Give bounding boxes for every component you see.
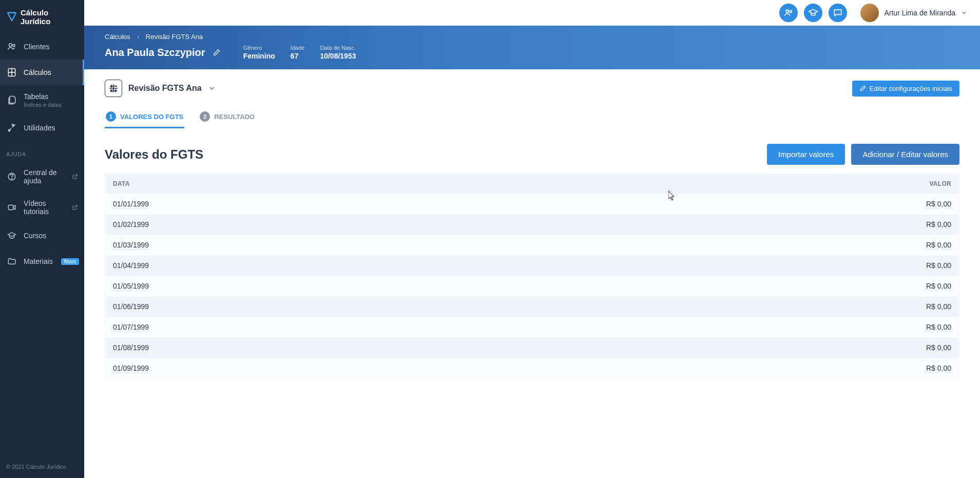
sidebar-item-help-center[interactable]: Central de ajuda: [0, 161, 84, 192]
button-label: Editar configurações iniciais: [870, 85, 952, 92]
sidebar-item-label: Clientes: [24, 43, 50, 51]
main-nav: Clientes Cálculos Tabelas Índices e data…: [0, 34, 84, 141]
cell-date: 01/07/1999: [113, 323, 149, 331]
edit-config-button[interactable]: Editar configurações iniciais: [852, 81, 959, 97]
sidebar: Cálculo Jurídico Clientes Cálculos: [0, 0, 84, 478]
cell-date: 01/02/1999: [113, 220, 149, 228]
meta-value: 10/08/1953: [320, 52, 356, 60]
sidebar-item-calculos[interactable]: Cálculos: [0, 60, 84, 85]
sidebar-item-utilidades[interactable]: Utilidades: [0, 115, 84, 141]
client-banner: Cálculos Revisão FGTS Ana Ana Paula Szcz…: [84, 26, 980, 69]
content-area: Valores do FGTS Importar valores Adicion…: [84, 128, 980, 478]
external-link-icon: [72, 174, 78, 180]
section-dropdown[interactable]: [208, 84, 216, 92]
user-menu[interactable]: Artur Lima de Miranda: [860, 4, 968, 22]
svg-point-10: [790, 10, 792, 12]
sidebar-item-label: Tabelas: [24, 92, 62, 101]
cell-value: R$ 0,00: [926, 220, 951, 228]
cell-value: R$ 0,00: [926, 241, 951, 249]
sidebar-item-sublabel: Índices e datas: [24, 102, 62, 108]
pencil-icon: [859, 85, 867, 92]
tab-resultado[interactable]: 2 RESULTADO: [199, 106, 256, 128]
learn-button[interactable]: [804, 4, 822, 22]
meta-value: 67: [291, 52, 305, 60]
import-values-button[interactable]: Importar valores: [767, 144, 845, 165]
table-row[interactable]: 01/04/1999R$ 0,00: [105, 255, 959, 276]
add-edit-values-button[interactable]: Adicionar / Editar valores: [851, 144, 959, 165]
svg-point-0: [9, 44, 12, 47]
table-header: DATA VALOR: [105, 174, 959, 194]
graduation-icon: [6, 230, 17, 241]
app-name: Cálculo Jurídico: [21, 8, 78, 26]
table-row[interactable]: 01/06/1999R$ 0,00: [105, 296, 959, 317]
chat-button[interactable]: [829, 4, 847, 22]
chevron-right-icon: [136, 34, 141, 40]
sidebar-footer: © 2021 Cálculo Jurídico: [0, 455, 84, 478]
cell-date: 01/03/1999: [113, 241, 149, 249]
meta-value: Feminino: [243, 52, 275, 60]
svg-text:−: −: [114, 84, 117, 88]
table-row[interactable]: 01/02/1999R$ 0,00: [105, 214, 959, 235]
table-row[interactable]: 01/08/1999R$ 0,00: [105, 337, 959, 358]
cell-date: 01/05/1999: [113, 282, 149, 290]
video-icon: [6, 202, 17, 213]
novo-badge: Novo: [61, 258, 79, 265]
main-area: Artur Lima de Miranda Cálculos Revisão F…: [84, 0, 980, 478]
help-section-label: AJUDA: [0, 141, 84, 161]
calculator-square-icon: +−×÷: [105, 80, 122, 97]
client-name: Ana Paula Szczypior: [105, 47, 205, 59]
meta-label: Data de Nasc.: [320, 45, 356, 51]
table-row[interactable]: 01/09/1999R$ 0,00: [105, 358, 959, 378]
sidebar-item-clientes[interactable]: Clientes: [0, 34, 84, 60]
content-title: Valores do FGTS: [105, 147, 203, 162]
question-icon: [6, 171, 17, 182]
sidebar-item-label: Central de ajuda: [24, 168, 66, 185]
tab-label: VALORES DO FGTS: [120, 113, 183, 121]
table-row[interactable]: 01/01/1999R$ 0,00: [105, 194, 959, 214]
cell-value: R$ 0,00: [926, 261, 951, 270]
cell-value: R$ 0,00: [926, 200, 951, 208]
sidebar-item-materiais[interactable]: Materiais Novo: [0, 248, 84, 274]
sidebar-item-cursos[interactable]: Cursos: [0, 223, 84, 248]
external-link-icon: [72, 204, 78, 211]
table-row[interactable]: 01/03/1999R$ 0,00: [105, 235, 959, 255]
cell-date: 01/04/1999: [113, 261, 149, 270]
sidebar-item-label: Cálculos: [24, 68, 51, 77]
tab-valores-fgts[interactable]: 1 VALORES DO FGTS: [105, 106, 184, 128]
cell-value: R$ 0,00: [926, 282, 951, 290]
meta-gender: Gênero Feminino: [243, 45, 275, 60]
svg-point-7: [11, 178, 12, 179]
cell-date: 01/01/1999: [113, 200, 149, 208]
help-nav: Central de ajuda Vídeos tutoriais Cursos: [0, 161, 84, 274]
cell-date: 01/08/1999: [113, 343, 149, 352]
fgts-table: DATA VALOR 01/01/1999R$ 0,0001/02/1999R$…: [105, 174, 959, 378]
sidebar-item-label: Materiais: [24, 257, 53, 265]
topbar: Artur Lima de Miranda: [84, 0, 980, 26]
meta-label: Idade: [291, 45, 305, 51]
user-name: Artur Lima de Miranda: [884, 9, 955, 17]
meta-label: Gênero: [243, 45, 275, 51]
table-row[interactable]: 01/05/1999R$ 0,00: [105, 276, 959, 296]
cell-value: R$ 0,00: [926, 364, 951, 372]
section-header: +−×÷ Revisão FGTS Ana Editar configuraçõ…: [84, 69, 980, 102]
meta-dob: Data de Nasc. 10/08/1953: [320, 45, 356, 60]
breadcrumb-root[interactable]: Cálculos: [105, 33, 130, 41]
referral-button[interactable]: [779, 4, 798, 22]
section-title: Revisão FGTS Ana: [128, 84, 202, 93]
header-value: VALOR: [929, 180, 951, 187]
edit-client-button[interactable]: [213, 48, 221, 56]
folder-icon: [6, 256, 17, 267]
table-row[interactable]: 01/07/1999R$ 0,00: [105, 317, 959, 337]
cell-value: R$ 0,00: [926, 323, 951, 331]
cell-value: R$ 0,00: [926, 343, 951, 352]
svg-point-9: [786, 10, 789, 12]
sidebar-item-label: Utilidades: [24, 124, 55, 132]
tabs: 1 VALORES DO FGTS 2 RESULTADO: [84, 102, 980, 128]
sidebar-item-tabelas[interactable]: Tabelas Índices e datas: [0, 85, 84, 115]
tab-number: 1: [106, 111, 116, 122]
users-icon: [6, 41, 17, 52]
sidebar-item-videos[interactable]: Vídeos tutoriais: [0, 192, 84, 223]
meta-age: Idade 67: [291, 45, 305, 60]
header-date: DATA: [113, 180, 130, 187]
logo[interactable]: Cálculo Jurídico: [0, 0, 84, 34]
